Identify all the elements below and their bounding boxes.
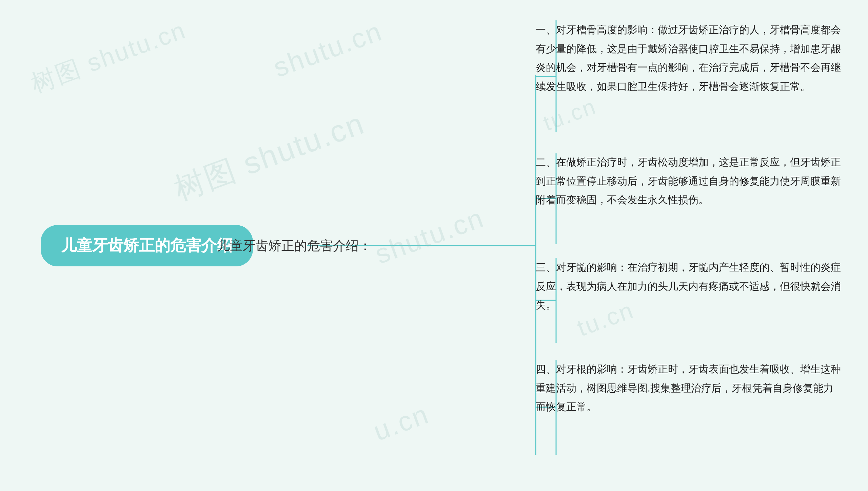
content-panel-3: 三、对牙髓的影响：在治疗初期，牙髓内产生轻度的、暂时性的炎症反应，表现为病人在加… bbox=[536, 258, 841, 315]
branch-label-container: 儿童牙齿矫正的危害介绍： bbox=[217, 237, 372, 254]
central-node-label: 儿童牙齿矫正的危害介绍 bbox=[61, 237, 233, 254]
panel-2-text: 二、在做矫正治疗时，牙齿松动度增加，这是正常反应，但牙齿矫正到正常位置停止移动后… bbox=[536, 153, 841, 209]
watermark-3: 树图 shutu.cn bbox=[169, 103, 370, 210]
panel-3-text: 三、对牙髓的影响：在治疗初期，牙髓内产生轻度的、暂时性的炎症反应，表现为病人在加… bbox=[536, 258, 841, 315]
branch-label-text: 儿童牙齿矫正的危害介绍： bbox=[217, 238, 372, 252]
watermark-6: u.cn bbox=[369, 398, 433, 447]
content-panel-4: 四、对牙根的影响：牙齿矫正时，牙齿表面也发生着吸收、增生这种重建活动，树图思维导… bbox=[536, 360, 841, 416]
content-panel-2: 二、在做矫正治疗时，牙齿松动度增加，这是正常反应，但牙齿矫正到正常位置停止移动后… bbox=[536, 153, 841, 209]
panel-4-text: 四、对牙根的影响：牙齿矫正时，牙齿表面也发生着吸收、增生这种重建活动，树图思维导… bbox=[536, 360, 841, 416]
watermark-7: tu.cn bbox=[540, 93, 600, 136]
watermark-1: 树图 shutu.cn bbox=[26, 14, 191, 100]
panel-1-text: 一、对牙槽骨高度的影响：做过牙齿矫正治疗的人，牙槽骨高度都会有少量的降低，这是由… bbox=[536, 20, 841, 96]
watermark-2: shutu.cn bbox=[269, 16, 387, 84]
watermark-4: shutu.cn bbox=[371, 202, 488, 270]
content-panel-1: 一、对牙槽骨高度的影响：做过牙齿矫正治疗的人，牙槽骨高度都会有少量的降低，这是由… bbox=[536, 20, 841, 96]
